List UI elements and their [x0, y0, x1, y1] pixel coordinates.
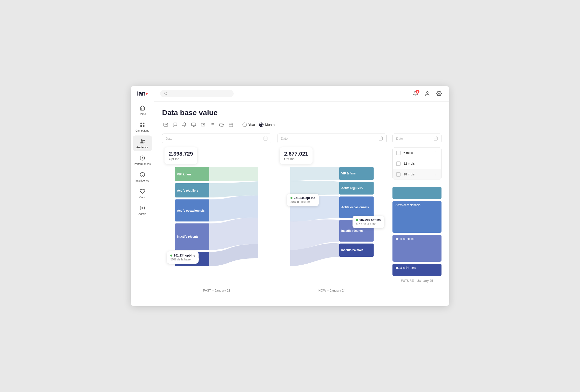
list-filter-icon[interactable]: [209, 122, 216, 128]
logo-dot: [145, 93, 147, 95]
wallet-filter-icon[interactable]: [199, 122, 207, 128]
sidebar-item-campaigns[interactable]: Campaigns: [133, 119, 152, 134]
checkbox-12mois[interactable]: [396, 161, 401, 166]
svg-text:Inactifs récents: Inactifs récents: [177, 235, 199, 238]
email-filter-icon[interactable]: [162, 122, 169, 128]
sidebar-item-care[interactable]: Care: [133, 186, 152, 201]
sidebar-item-performances[interactable]: Performances: [133, 152, 152, 168]
dropdown-item-6mois[interactable]: 6 mois ⋮: [393, 147, 441, 158]
sidebar-item-home-label: Home: [139, 112, 146, 115]
main-content: 1 Data base value: [154, 86, 449, 306]
svg-point-12: [142, 207, 143, 209]
past-stat-label: Opt-ins: [169, 157, 193, 161]
svg-text:Actifs occasionnels: Actifs occasionnels: [341, 205, 369, 209]
settings-icon: [436, 91, 442, 96]
past-chart: 2.398.729 Opt-ins VIP & fans Actifs régu…: [162, 147, 271, 286]
sidebar-item-audience-label: Audience: [136, 146, 148, 149]
past-date-picker[interactable]: Date: [162, 133, 271, 143]
sidebar-item-intelligence[interactable]: Intelligence: [133, 169, 152, 185]
future-column-label: FUTURE – January 25: [393, 279, 441, 283]
user-button[interactable]: [423, 89, 432, 98]
search-bar[interactable]: [160, 90, 234, 97]
notifications-button[interactable]: 1: [411, 89, 420, 98]
past-sankey-svg: VIP & fans Actifs réguliers Actifs occas…: [162, 167, 271, 285]
svg-point-19: [203, 124, 204, 125]
now-sankey-svg: VIP & fans Actifs réguliers Actifs occas…: [277, 167, 387, 285]
menu-dots-18mois[interactable]: ⋮: [434, 172, 438, 177]
calendar-filter-icon[interactable]: [227, 122, 235, 128]
past-column: Date 2.398.729 Opt-ins VIP &: [162, 133, 271, 292]
svg-text:Inactifs récents: Inactifs récents: [341, 229, 363, 232]
svg-rect-30: [264, 137, 267, 140]
dropdown-item-12mois[interactable]: 12 mois ⋮: [393, 158, 441, 169]
search-input[interactable]: [170, 92, 230, 96]
logo: ian: [131, 90, 154, 97]
logo-text: ian: [137, 90, 145, 97]
svg-rect-2: [140, 125, 142, 127]
future-block-inactifs-recents-label: Inactifs récents: [395, 237, 415, 241]
now-stat-number: 2.677.021: [284, 151, 308, 157]
svg-line-14: [166, 94, 167, 95]
sankey-container: Date 2.398.729 Opt-ins VIP &: [162, 133, 441, 292]
notification-badge: 1: [416, 90, 420, 94]
sidebar-item-admin-label: Admin: [139, 212, 146, 215]
sidebar-item-home[interactable]: Home: [133, 102, 152, 118]
svg-rect-26: [229, 123, 233, 127]
future-block-inactifs-recents: Inactifs récents: [393, 235, 441, 262]
audience-icon: [139, 138, 146, 145]
future-column: Date 6 mois ⋮ 12 mois ⋮: [393, 133, 441, 283]
cloud-filter-icon[interactable]: [218, 122, 225, 128]
menu-dots-6mois[interactable]: ⋮: [434, 150, 438, 155]
svg-text:Actifs réguliers: Actifs réguliers: [341, 187, 363, 190]
year-radio-label: Year: [248, 123, 255, 127]
toolbar-icons: [162, 122, 235, 128]
sidebar-item-audience[interactable]: Audience: [133, 135, 152, 151]
now-date-picker[interactable]: Date: [277, 133, 387, 143]
svg-point-13: [164, 92, 167, 95]
settings-button[interactable]: [435, 89, 443, 98]
sidebar-item-admin[interactable]: Admin: [133, 202, 152, 218]
year-radio-circle: [242, 122, 247, 127]
future-date-picker[interactable]: Date: [393, 133, 441, 143]
campaigns-icon: [139, 121, 146, 128]
now-calendar-icon: [379, 136, 383, 141]
topbar: 1: [154, 86, 449, 102]
menu-dots-12mois[interactable]: ⋮: [434, 161, 438, 166]
home-icon: [139, 105, 146, 111]
svg-text:Inactifs 24 mois: Inactifs 24 mois: [341, 248, 363, 252]
checkbox-6mois[interactable]: [396, 151, 401, 155]
past-date-label: Date: [166, 137, 172, 140]
past-stat-number: 2.398.729: [169, 151, 193, 157]
checkbox-18mois[interactable]: [396, 172, 401, 177]
future-block-inactifs-24: Inactifs 24 mois: [393, 264, 441, 276]
push-filter-icon[interactable]: [181, 122, 188, 128]
now-date-label: Date: [281, 137, 288, 140]
year-radio-option[interactable]: Year: [242, 122, 255, 127]
month-radio-label: Month: [265, 123, 275, 127]
dropdown-item-18mois[interactable]: 18 mois ⋮: [393, 169, 441, 180]
now-stat-box: 2.677.021 Opt-ins: [280, 147, 312, 164]
svg-text:Actifs réguliers: Actifs réguliers: [177, 189, 199, 192]
period-radio-group: Year Month: [242, 122, 275, 127]
sidebar-item-campaigns-label: Campaigns: [136, 129, 149, 132]
month-radio-option[interactable]: Month: [259, 122, 275, 127]
past-stat-box: 2.398.729 Opt-ins: [164, 147, 197, 164]
page-content: Data base value: [154, 102, 449, 306]
past-calendar-icon: [263, 136, 268, 141]
svg-point-5: [143, 140, 145, 141]
future-date-label: Date: [396, 137, 403, 140]
future-dropdown-list: 6 mois ⋮ 12 mois ⋮ 18 mois ⋮: [393, 147, 441, 180]
label-12mois: 12 mois: [404, 162, 415, 165]
svg-point-15: [426, 92, 428, 93]
sidebar: ian Home Campaigns Audience Performances: [131, 86, 154, 306]
sms-filter-icon[interactable]: [171, 122, 179, 128]
svg-text:Actifs occasionnels: Actifs occasionnels: [177, 209, 205, 212]
display-filter-icon[interactable]: [190, 122, 197, 128]
svg-point-4: [141, 139, 143, 141]
now-stat-label: Opt-ins: [284, 157, 308, 161]
intelligence-icon: [139, 171, 146, 178]
future-blocks: Actifs occasionnels Inactifs récents Ina…: [393, 187, 441, 276]
month-radio-circle: [259, 122, 264, 127]
svg-rect-58: [434, 137, 437, 140]
now-chart: 2.677.021 Opt-ins VIP & fans Actifs régu…: [277, 147, 387, 286]
